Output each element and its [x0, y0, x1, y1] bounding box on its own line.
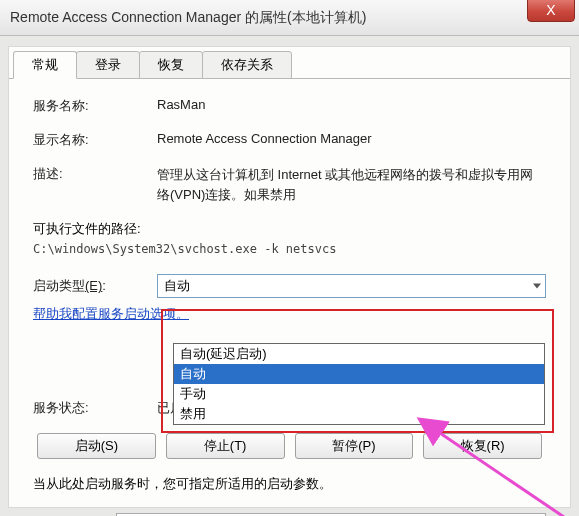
pause-button[interactable]: 暂停(P): [295, 433, 414, 459]
startup-type-select[interactable]: 自动: [157, 274, 546, 298]
display-name-value: Remote Access Connection Manager: [157, 131, 546, 149]
startup-hint: 当从此处启动服务时，您可指定所适用的启动参数。: [33, 475, 546, 493]
startup-type-selected: 自动: [164, 277, 190, 295]
exec-path-value: C:\windows\System32\svchost.exe -k netsv…: [33, 242, 546, 256]
help-link[interactable]: 帮助我配置服务启动选项。: [33, 305, 189, 323]
dropdown-option-manual[interactable]: 手动: [174, 384, 544, 404]
resume-button[interactable]: 恢复(R): [423, 433, 542, 459]
window-title: Remote Access Connection Manager 的属性(本地计…: [10, 9, 366, 27]
service-status-label: 服务状态:: [33, 399, 157, 417]
startup-type-label: 启动类型(E):: [33, 277, 157, 295]
startup-type-dropdown[interactable]: 自动(延迟启动) 自动 手动 禁用: [173, 343, 545, 425]
display-name-label: 显示名称:: [33, 131, 157, 149]
chevron-down-icon: [533, 284, 541, 289]
service-name-label: 服务名称:: [33, 97, 157, 115]
dialog-body: 常规 登录 恢复 依存关系 服务名称: RasMan 显示名称: Remote …: [8, 46, 571, 508]
tab-recovery[interactable]: 恢复: [139, 51, 203, 79]
description-value: 管理从这台计算机到 Internet 或其他远程网络的拨号和虚拟专用网络(VPN…: [157, 165, 546, 204]
exec-path-label: 可执行文件的路径:: [33, 220, 546, 238]
tab-logon[interactable]: 登录: [76, 51, 140, 79]
dropdown-option-disabled[interactable]: 禁用: [174, 404, 544, 424]
tab-strip: 常规 登录 恢复 依存关系: [9, 51, 570, 79]
description-label: 描述:: [33, 165, 157, 204]
tab-general[interactable]: 常规: [13, 51, 77, 79]
service-name-value: RasMan: [157, 97, 546, 115]
stop-button[interactable]: 停止(T): [166, 433, 285, 459]
dropdown-option-delayed[interactable]: 自动(延迟启动): [174, 344, 544, 364]
tab-dependencies[interactable]: 依存关系: [202, 51, 292, 79]
title-bar: Remote Access Connection Manager 的属性(本地计…: [0, 0, 579, 36]
dropdown-option-auto[interactable]: 自动: [174, 364, 544, 384]
start-button[interactable]: 启动(S): [37, 433, 156, 459]
general-panel: 服务名称: RasMan 显示名称: Remote Access Connect…: [9, 79, 570, 516]
close-button[interactable]: X: [527, 0, 575, 22]
